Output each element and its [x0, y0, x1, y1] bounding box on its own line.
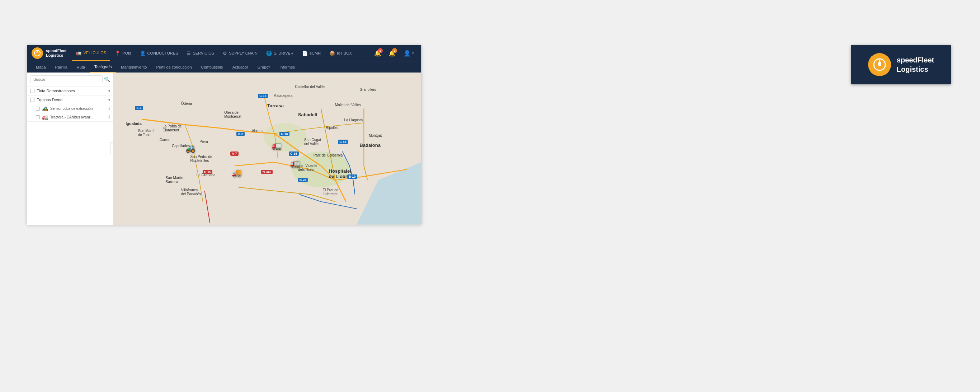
logo-text: speedFleet Logistics — [46, 48, 66, 58]
vehicle-checkbox-v2[interactable] — [36, 115, 40, 119]
vehicle-name-v2: Tractora - CANbus avanz... — [50, 115, 106, 119]
nav-right: 🔔 2 🔔 3 👤 ▾ — [372, 45, 417, 61]
nav-servicios[interactable]: ☰ SERVICIOS — [183, 45, 218, 61]
subnav-ruta[interactable]: Ruta — [72, 61, 89, 73]
svg-point-3 — [264, 123, 307, 151]
sidebar-collapse-button[interactable]: ‹ — [110, 142, 113, 155]
user-dropdown-arrow: ▾ — [412, 51, 414, 55]
map-vehicle-1[interactable]: 🚜 — [185, 144, 195, 153]
fleet-group-header-equipos[interactable]: Equipos Demo ▾ — [27, 96, 113, 104]
vehiculos-icon: 🚛 — [76, 50, 81, 56]
fleet-group-header-flota[interactable]: Flota Demostraciones ▾ — [27, 86, 113, 95]
vehicle-info-v2[interactable]: ℹ — [108, 115, 110, 120]
supply-chain-icon: ⚙ — [223, 51, 227, 56]
logo-panel: speedFleet Logistics — [851, 45, 951, 84]
main-content: 🔍 Flota Demostraciones ▾ Equipos Demo ▾ — [27, 73, 421, 225]
subnav-mapa[interactable]: Mapa — [32, 61, 50, 73]
iot-box-icon: 📦 — [329, 51, 335, 56]
subnav-tacografo[interactable]: Tacógrafo — [90, 61, 116, 73]
subnav-mantenimiento[interactable]: Mantenimiento — [116, 61, 151, 73]
fleet-arrow-equipos: ▾ — [108, 98, 110, 102]
fleet-checkbox-equipos[interactable] — [30, 98, 35, 102]
subnav-perfil[interactable]: Perfil de conducción — [152, 61, 196, 73]
logo-area: speedFleet Logistics — [32, 48, 66, 59]
logo-panel-text: speedFleet Logistics — [897, 55, 934, 74]
sidebar: 🔍 Flota Demostraciones ▾ Equipos Demo ▾ — [27, 73, 113, 225]
fleet-checkbox-flota[interactable] — [30, 89, 35, 93]
subnav-grupo[interactable]: Grupo — [253, 61, 275, 73]
svg-point-2 — [292, 151, 350, 187]
subnav-actuador[interactable]: Actuador — [228, 61, 253, 73]
search-box: 🔍 — [27, 73, 113, 86]
svg-point-5 — [878, 63, 881, 66]
bell-button-2[interactable]: 🔔 3 — [387, 48, 398, 59]
fleet-group-equipos: Equipos Demo ▾ 🚜 Sensor cuba de extracci… — [27, 96, 113, 122]
bell-button-1[interactable]: 🔔 2 — [372, 48, 383, 59]
fleet-arrow-flota: ▾ — [108, 89, 110, 93]
user-menu-button[interactable]: 👤 ▾ — [401, 45, 417, 61]
vehicle-info-v1[interactable]: ℹ — [108, 106, 110, 111]
nav-vehiculos[interactable]: 🚛 VEHÍCULOS — [72, 45, 110, 61]
app-container: speedFleet Logistics 🚛 VEHÍCULOS 📍 POIs … — [27, 45, 422, 225]
subnav-informes[interactable]: Informes — [275, 61, 299, 73]
nav-supply-chain[interactable]: ⚙ SUPPLY CHAIN — [219, 45, 261, 61]
pois-icon: 📍 — [115, 51, 121, 56]
nav-s-driver[interactable]: 🌐 S. DRIVER — [262, 45, 297, 61]
logo-panel-circle — [868, 53, 891, 76]
nav-iot-box[interactable]: 📦 IoT BOX — [326, 45, 355, 61]
vehicle-checkbox-v1[interactable] — [36, 107, 40, 111]
map-vehicle-3[interactable]: 🚚 — [232, 168, 242, 178]
s-driver-icon: 🌐 — [266, 51, 272, 56]
ecmr-icon: 📄 — [302, 51, 308, 56]
bell-badge-2: 3 — [392, 48, 397, 53]
main-navbar: speedFleet Logistics 🚛 VEHÍCULOS 📍 POIs … — [27, 45, 421, 61]
map-vehicle-4[interactable]: 🚛 — [290, 159, 300, 168]
vehicle-icon-v1: 🚜 — [42, 105, 48, 111]
servicios-icon: ☰ — [186, 51, 191, 56]
vehicle-item-v2[interactable]: 🚛 Tractora - CANbus avanz... ℹ — [27, 113, 113, 121]
vehicle-name-v1: Sensor cuba de extracción — [50, 107, 106, 111]
map-svg — [113, 73, 421, 225]
fleet-name-flota: Flota Demostraciones — [37, 89, 106, 93]
user-icon: 👤 — [404, 50, 411, 57]
vehicle-icon-v2: 🚛 — [42, 114, 48, 120]
search-icon[interactable]: 🔍 — [104, 76, 110, 82]
subnav-combustible[interactable]: Combustible — [197, 61, 228, 73]
vehicle-item-v1[interactable]: 🚜 Sensor cuba de extracción ℹ — [27, 104, 113, 113]
search-input[interactable] — [30, 75, 103, 83]
nav-conductores[interactable]: 👤 CONDUCTORES — [136, 45, 182, 61]
map-vehicle-2[interactable]: 🚛 — [272, 141, 281, 150]
logo-icon — [32, 48, 43, 59]
nav-pois[interactable]: 📍 POIs — [111, 45, 135, 61]
fleet-name-equipos: Equipos Demo — [37, 98, 106, 102]
fleet-group-flota: Flota Demostraciones ▾ — [27, 86, 113, 96]
nav-ecmr[interactable]: 📄 eCMR — [298, 45, 324, 61]
subnav-parrilla[interactable]: Parrilla — [51, 61, 72, 73]
sub-navbar: Mapa Parrilla Ruta Tacógrafo Mantenimien… — [27, 61, 421, 73]
conductores-icon: 👤 — [140, 51, 146, 56]
bell-badge-1: 2 — [378, 48, 383, 53]
map-area[interactable]: Igualada Tarrasa Sabadell Badalona Hospi… — [113, 73, 421, 225]
